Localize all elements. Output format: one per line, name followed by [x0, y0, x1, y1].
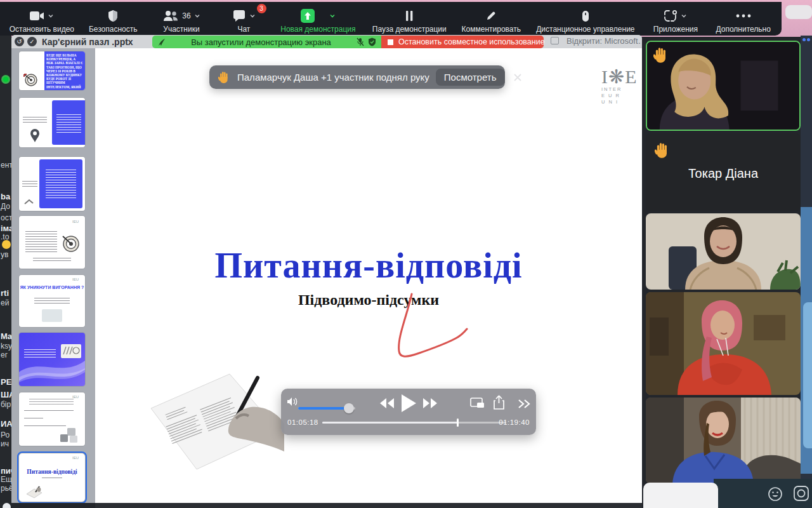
more-chevrons-icon[interactable]	[517, 399, 531, 409]
participant-video-active[interactable]	[646, 41, 801, 131]
stop-share-label: Остановить совместное использование	[398, 37, 545, 46]
rewind-icon[interactable]	[379, 397, 395, 410]
annotate-button[interactable]: Комментировать	[454, 4, 528, 34]
university-logo: I❋E INTER E U R U N I	[601, 67, 638, 105]
participant-name: Токар Діана	[646, 166, 801, 181]
slide-thumbnail-2[interactable]	[19, 98, 85, 147]
stop-video-button[interactable]: Остановить видео	[4, 4, 80, 34]
stop-share-button[interactable]: Остановить совместное использование	[381, 36, 544, 48]
emoji-icon	[2, 240, 11, 249]
toolbar-label: Дополнительно	[716, 24, 770, 34]
logo-mark: I❋E	[601, 67, 638, 86]
desktop-text-fragment: рьё	[1, 484, 11, 493]
raised-hand-icon	[653, 47, 670, 64]
participants-button[interactable]: 36 Участники	[147, 4, 217, 34]
background-card	[643, 483, 718, 508]
background-blue-panel	[801, 207, 812, 474]
chevron-down-icon[interactable]	[249, 13, 256, 19]
slide-thumbnail-8-selected[interactable]: Питання-відповіді IEU	[19, 453, 85, 502]
thumb8-title: Питання-відповіді	[19, 469, 85, 475]
desktop-text-fragment: ba	[1, 192, 10, 201]
logo-line: E U R	[601, 93, 638, 99]
location-pin-icon	[29, 128, 41, 144]
mouse-icon	[582, 10, 589, 22]
window-glyph-icon	[551, 37, 559, 44]
thumb5-image	[42, 309, 62, 322]
desktop-text-fragment: ША	[1, 390, 11, 399]
slide-thumbnail-6[interactable]	[19, 333, 85, 386]
slide-thumbnail-3[interactable]	[19, 157, 85, 211]
play-icon[interactable]	[400, 394, 417, 413]
desktop-text-fragment: ент	[1, 161, 11, 170]
participant-video-feed	[646, 213, 801, 290]
participant-video[interactable]	[646, 213, 801, 290]
toolbar-label: Чат	[237, 24, 250, 34]
slide-thumbnail-7[interactable]: IEU	[19, 392, 85, 446]
camera-app-icon[interactable]	[793, 485, 809, 502]
pencil-icon	[485, 10, 497, 22]
raised-hand-notification: Паламарчук Даша +1 участник поднял руку …	[209, 65, 505, 89]
emoji-smiley-icon[interactable]	[768, 486, 783, 502]
slide-thumbnail-5[interactable]: ЯК УНИКНУТИ ВИГОРАННЯ ? IEU	[19, 275, 85, 327]
status-dot-icon	[1, 75, 10, 84]
participant-video-feed	[646, 398, 801, 484]
slide-thumbnails-panel: БУДЕ ЩЕ БІЛЬША КОНКУРЕНЦІЯ, А НІЖ ЗАРАЗ.…	[11, 48, 95, 503]
signing-document-image	[133, 369, 285, 474]
slide-thumbnail-4[interactable]: IEU	[19, 216, 85, 269]
target-icon	[23, 72, 38, 87]
view-raised-hands-button[interactable]: Посмотреть	[436, 69, 505, 86]
chevron-down-icon[interactable]	[681, 13, 687, 19]
toolbar-label: Безопасность	[89, 24, 138, 34]
chat-unread-badge: 3	[257, 4, 266, 13]
security-button[interactable]: Безопасность	[80, 4, 147, 34]
thumb-logo: IEU	[72, 277, 81, 283]
window-icon[interactable]: ✓	[27, 37, 37, 46]
raised-hand-icon	[655, 142, 671, 159]
window-title: Кар'єрний пазл .pptx	[42, 37, 133, 47]
fast-forward-icon[interactable]	[422, 397, 438, 410]
participant-video[interactable]	[646, 398, 801, 484]
volume-knob[interactable]	[344, 403, 354, 413]
background-window-edge	[801, 36, 812, 508]
participant-tile-no-video[interactable]: Токар Діана	[646, 133, 801, 211]
more-button[interactable]: Дополнительно	[709, 4, 778, 34]
pause-share-button[interactable]: Пауза демонстрации	[365, 4, 454, 34]
participant-video[interactable]	[646, 292, 801, 395]
window-icon[interactable]: ↺	[15, 37, 24, 46]
annotation-stroke	[374, 293, 488, 375]
chevron-down-icon[interactable]	[329, 13, 336, 19]
slide-subtitle: Підводимо-підсумки	[95, 291, 642, 309]
picture-in-picture-icon[interactable]	[470, 397, 485, 409]
close-icon[interactable]	[511, 71, 524, 84]
new-share-button[interactable]: Новая демонстрация	[272, 4, 365, 34]
thumb-logo: IEU	[72, 395, 81, 400]
chat-button[interactable]: 3 Чат	[216, 4, 271, 34]
dot-icon	[802, 38, 806, 41]
desktop-text-fragment: ей	[1, 298, 9, 307]
toolbar-label: Приложения	[653, 24, 698, 34]
logo-line: INTER	[601, 86, 638, 93]
thumb-logo: IEU	[72, 456, 81, 461]
share-icon[interactable]	[493, 395, 505, 410]
background-window-corner	[785, 5, 812, 19]
chevron-down-icon[interactable]	[194, 13, 200, 19]
desktop-text-fragment: ув	[1, 250, 8, 259]
volume-slider[interactable]	[298, 407, 355, 410]
volume-icon[interactable]	[287, 397, 298, 406]
share-screen-icon	[301, 9, 315, 23]
pause-icon	[405, 10, 414, 22]
thumb1-text: БУДЕ ЩЕ БІЛЬША КОНКУРЕНЦІЯ, А НІЖ ЗАРАЗ.…	[44, 51, 85, 90]
desktop-text-fragment: ksy	[1, 342, 11, 351]
background-message-bar	[714, 479, 812, 508]
remote-control-button[interactable]: Дистанционное управление	[528, 4, 642, 34]
puzzle-icon	[58, 427, 80, 444]
slide-thumbnail-1[interactable]: БУДЕ ЩЕ БІЛЬША КОНКУРЕНЦІЯ, А НІЖ ЗАРАЗ.…	[19, 51, 85, 90]
desktop-text-fragment: Ещ	[1, 475, 11, 484]
app-icon	[3, 503, 11, 508]
media-player: 01:05:18 01:19:40	[281, 389, 536, 435]
apps-button[interactable]: Приложения	[642, 4, 709, 34]
playhead[interactable]	[457, 418, 459, 427]
chevron-down-icon[interactable]	[48, 13, 54, 19]
seek-bar[interactable]	[322, 422, 506, 424]
toolbar-label: Остановить видео	[10, 24, 74, 34]
